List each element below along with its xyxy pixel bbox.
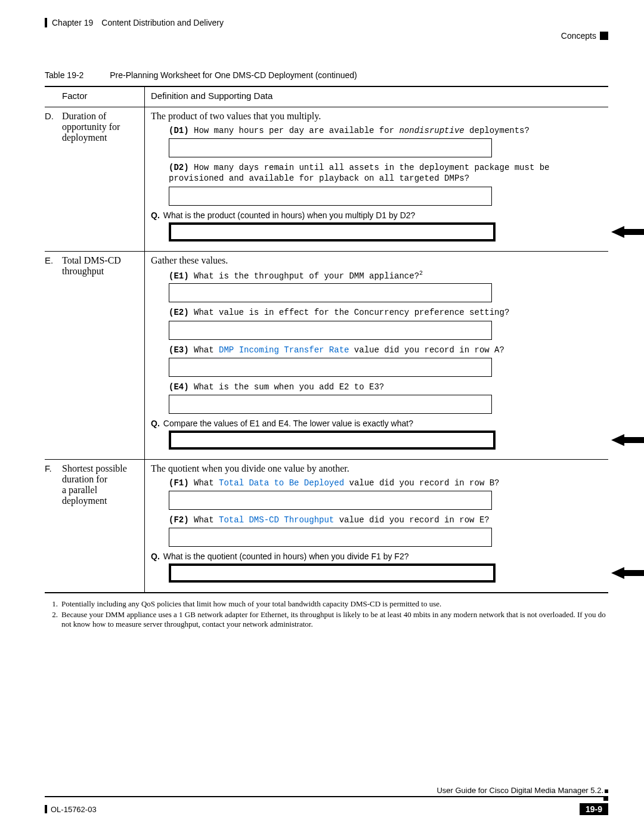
concepts-row: Concepts bbox=[45, 31, 608, 41]
chapter-title: Content Distribution and Delivery bbox=[101, 18, 224, 27]
e2-prompt: (E2) What value is in effect for the Con… bbox=[169, 307, 608, 318]
table-number: Table 19-2 bbox=[45, 70, 83, 80]
d-q-row: Q. What is the product (counted in hours… bbox=[151, 210, 608, 220]
arrow-icon bbox=[611, 434, 644, 446]
e-answer-wrap bbox=[169, 431, 608, 450]
d-answer-input[interactable] bbox=[169, 222, 496, 241]
page: Chapter 19 Content Distribution and Deli… bbox=[0, 0, 644, 833]
chapter-number: Chapter 19 bbox=[52, 18, 93, 27]
e-q-text: Compare the values of E1 and E4. The low… bbox=[163, 419, 413, 428]
f2-prompt: (F2) What Total DMS-CD Throughput value … bbox=[169, 515, 608, 525]
row-f: F. Shortest possible duration for a para… bbox=[45, 460, 608, 593]
row-d: D. Duration of opportunity for deploymen… bbox=[45, 107, 608, 252]
d2-prompt: (D2) How many days remain until all asse… bbox=[169, 162, 608, 184]
total-data-link[interactable]: Total Data to Be Deployed bbox=[219, 478, 344, 488]
arrow-icon bbox=[611, 226, 644, 238]
q-label: Q. bbox=[151, 552, 160, 561]
row-f-intro: The quotient when you divide one value b… bbox=[151, 463, 608, 474]
col-header-def: Definition and Supporting Data bbox=[145, 87, 608, 107]
col-header-factor: Factor bbox=[62, 87, 145, 107]
footer-guide-title: User Guide for Cisco Digital Media Manag… bbox=[45, 786, 608, 795]
table-caption: Table 19-2 Pre-Planning Worksheet for On… bbox=[45, 70, 608, 80]
footer-rule bbox=[45, 796, 608, 802]
footer-bar-icon bbox=[45, 805, 47, 813]
f-blocks: (F1) What Total Data to Be Deployed valu… bbox=[169, 478, 608, 547]
row-f-letter: F. bbox=[45, 460, 62, 592]
f1-prompt: (F1) What Total Data to Be Deployed valu… bbox=[169, 478, 608, 488]
row-f-def: The quotient when you divide one value b… bbox=[145, 460, 608, 592]
f-q-text: What is the quotient (counted in hours) … bbox=[163, 552, 409, 561]
d-q-text: What is the product (counted in hours) w… bbox=[163, 210, 416, 220]
e3-input[interactable] bbox=[169, 358, 492, 377]
header-bar-icon bbox=[45, 18, 47, 27]
table-caption-text: Pre-Planning Worksheet for One DMS-CD De… bbox=[110, 70, 357, 80]
row-e-factor: Total DMS-CD throughput bbox=[62, 252, 145, 459]
footer-dot-icon bbox=[605, 789, 608, 793]
f-answer-input[interactable] bbox=[169, 563, 496, 583]
e3-prompt: (E3) What DMP Incoming Transfer Rate val… bbox=[169, 345, 608, 355]
d1-input[interactable] bbox=[169, 138, 492, 157]
row-d-letter: D. bbox=[45, 107, 62, 251]
e1-prompt: (E1) What is the throughput of your DMM … bbox=[169, 270, 608, 281]
d-answer-wrap bbox=[169, 222, 608, 241]
f-q-row: Q. What is the quotient (counted in hour… bbox=[151, 552, 608, 561]
arrow-icon bbox=[611, 567, 644, 579]
d2-input[interactable] bbox=[169, 187, 492, 206]
page-number: 19-9 bbox=[580, 803, 608, 815]
footer-end-box-icon bbox=[603, 796, 608, 801]
footer-doc-id: OL-15762-03 bbox=[45, 805, 97, 814]
footnote-2: 2. Because your DMM appliance uses a 1 G… bbox=[45, 610, 608, 629]
e2-input[interactable] bbox=[169, 321, 492, 340]
header-row: Chapter 19 Content Distribution and Deli… bbox=[45, 18, 608, 27]
e4-input[interactable] bbox=[169, 395, 492, 414]
row-f-factor: Shortest possible duration for a paralle… bbox=[62, 460, 145, 592]
footer: User Guide for Cisco Digital Media Manag… bbox=[45, 786, 608, 815]
d1-prompt: (D1) How many hours per day are availabl… bbox=[169, 125, 608, 136]
footnote-1: 1. Potentially including any QoS policie… bbox=[45, 599, 608, 609]
row-d-def: The product of two values that you multi… bbox=[145, 107, 608, 251]
row-d-intro: The product of two values that you multi… bbox=[151, 111, 608, 122]
footer-bottom: OL-15762-03 19-9 bbox=[45, 803, 608, 815]
total-throughput-link[interactable]: Total DMS-CD Throughput bbox=[219, 515, 334, 525]
e4-prompt: (E4) What is the sum when you add E2 to … bbox=[169, 382, 608, 392]
f1-input[interactable] bbox=[169, 491, 492, 510]
row-e: E. Total DMS-CD throughput Gather these … bbox=[45, 252, 608, 460]
e-blocks: (E1) What is the throughput of your DMM … bbox=[169, 270, 608, 414]
footnotes: 1. Potentially including any QoS policie… bbox=[45, 599, 608, 629]
concepts-box-icon bbox=[600, 32, 608, 40]
f2-input[interactable] bbox=[169, 528, 492, 547]
row-e-letter: E. bbox=[45, 252, 62, 459]
f-answer-wrap bbox=[169, 563, 608, 583]
dmp-rate-link[interactable]: DMP Incoming Transfer Rate bbox=[219, 345, 349, 355]
d1-block: (D1) How many hours per day are availabl… bbox=[169, 125, 608, 206]
row-e-intro: Gather these values. bbox=[151, 255, 608, 266]
e-q-row: Q. Compare the values of E1 and E4. The … bbox=[151, 419, 608, 428]
row-d-factor: Duration of opportunity for deployment bbox=[62, 107, 145, 251]
e-answer-input[interactable] bbox=[169, 431, 496, 450]
e1-input[interactable] bbox=[169, 283, 492, 302]
concepts-label: Concepts bbox=[561, 31, 596, 41]
q-label: Q. bbox=[151, 419, 160, 428]
row-e-def: Gather these values. (E1) What is the th… bbox=[145, 252, 608, 459]
q-label: Q. bbox=[151, 210, 160, 220]
table-header-row: Factor Definition and Supporting Data bbox=[45, 87, 608, 107]
